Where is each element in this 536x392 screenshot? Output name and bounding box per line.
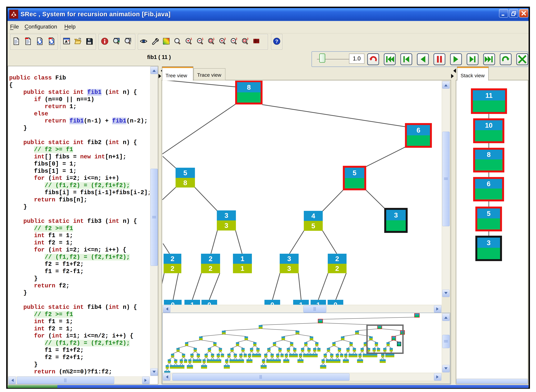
code-vscrollbar[interactable] [150,66,158,376]
scroll-left-button[interactable] [8,377,16,384]
step-back-button[interactable] [417,53,429,65]
splitter-collapse-right[interactable] [451,69,456,73]
scroll-up-button[interactable] [150,67,158,74]
help-icon[interactable]: ? [273,37,281,45]
color-gradient-icon[interactable] [162,37,170,45]
tree-node[interactable]: 01 [164,300,182,305]
tab-trace-view[interactable]: Trace view [194,68,225,80]
tree-node[interactable]: 33 [280,254,299,273]
scroll-up-button[interactable] [442,81,450,89]
step-forward-button[interactable] [467,53,479,65]
scroll-thumb[interactable] [303,305,326,313]
stack-node[interactable]: 5 [475,207,502,231]
scroll-right-button[interactable] [142,377,150,384]
tree-node[interactable]: 33 [217,210,236,230]
save-floppy-icon[interactable] [85,37,94,45]
open-folder-icon[interactable] [74,37,82,45]
source-code[interactable]: public class Fib{ public static int fib1… [9,75,149,374]
scroll-right-button[interactable] [434,373,441,381]
zoom-fit-2-icon[interactable]: 2 [241,37,249,45]
speed-input[interactable]: 1.0 [349,54,365,64]
overview-viewport[interactable] [366,324,404,354]
stack-node[interactable]: 10 [473,118,504,143]
zoom-image-gray-icon[interactable] [124,37,132,45]
scroll-left-button[interactable] [163,305,170,313]
scroll-thumb[interactable] [17,377,114,384]
scroll-up-button[interactable] [442,313,450,321]
stack-node[interactable]: 11 [471,88,507,114]
info-icon[interactable] [100,37,109,45]
wrench-icon[interactable] [151,37,159,45]
skip-to-end-button[interactable] [483,53,495,65]
title-bar[interactable]: SRec , System for recursion animation [F… [8,8,529,21]
new-file-class-icon[interactable] [24,37,32,45]
tree-node[interactable]: 22 [328,254,346,273]
menu-help[interactable]: Help [64,24,76,30]
zoom-in-2-icon[interactable]: 2 [218,37,227,45]
tree-node[interactable]: 11 [185,300,200,305]
scroll-thumb[interactable] [172,373,350,381]
tree-node[interactable]: 01 [265,300,280,305]
scroll-thumb[interactable] [442,335,450,348]
tree-node[interactable]: 22 [164,254,181,273]
stack-view-canvas[interactable]: 11108653 [456,80,528,378]
splitter-expand-left[interactable] [451,74,456,78]
stack-node[interactable]: 8 [473,148,504,173]
tree-node[interactable]: 3 [384,208,408,233]
pause-button[interactable] [433,53,445,65]
overview-hscrollbar[interactable] [163,373,442,381]
magnifier-icon[interactable] [173,37,182,45]
tree-node[interactable]: 6 [405,123,432,148]
stack-node[interactable]: 3 [475,236,502,261]
reload-file-class-icon[interactable] [47,37,56,45]
stack-hscrollbar[interactable] [456,379,528,384]
play-button[interactable] [450,53,462,65]
zoom-in-1-icon[interactable]: 1 [185,37,193,45]
code-hscrollbar[interactable] [8,376,150,384]
tree-node[interactable]: 11 [311,300,326,305]
flag-icon[interactable] [252,37,261,45]
menu-file[interactable]: File [10,24,19,30]
reload-file-icon[interactable] [36,37,44,45]
minimize-button[interactable] [499,9,508,18]
close-button[interactable] [519,9,528,18]
menu-configuration[interactable]: Configuration [24,24,57,30]
tree-node[interactable]: 5 [343,166,366,190]
scroll-thumb[interactable] [150,169,158,266]
scroll-down-button[interactable] [442,289,450,297]
tree-hscrollbar[interactable] [163,305,442,313]
restore-button[interactable] [509,9,518,18]
eye-icon[interactable] [139,37,148,45]
tree-vscrollbar[interactable] [442,81,450,297]
tree-node[interactable]: 22 [201,254,220,273]
zoom-out-2-icon[interactable]: 2 [230,37,238,45]
zoom-fit-1-icon[interactable]: 1 [207,37,215,45]
tree-node[interactable]: 8 [235,81,262,104]
tree-node[interactable]: 01 [201,300,217,305]
zoom-out-1-icon[interactable]: 1 [196,37,204,45]
tree-node[interactable]: 11 [293,300,309,305]
stack-node[interactable]: 6 [473,177,504,201]
tree-view-canvas[interactable]: 8653583345222211332201110101111101 [162,81,442,305]
scroll-down-button[interactable] [442,365,450,372]
tab-tree-view[interactable]: Tree view [162,66,193,80]
redo-button[interactable] [500,53,512,65]
overview-vscrollbar[interactable] [442,313,450,373]
speed-slider-handle[interactable] [319,53,325,63]
step-to-start-button[interactable] [400,53,412,65]
zoom-image-color-icon[interactable] [112,37,120,45]
tree-node[interactable]: 58 [176,168,195,187]
scroll-left-button[interactable] [163,373,170,381]
tab-stack-view[interactable]: Stack view [457,66,489,80]
skip-to-start-button[interactable] [384,53,396,65]
scroll-down-button[interactable] [150,368,158,376]
run-animation-icon[interactable] [62,37,71,45]
close-button[interactable] [516,53,528,65]
new-file-icon[interactable] [12,37,20,45]
tree-node[interactable]: 45 [304,211,323,231]
scroll-thumb[interactable] [442,132,450,226]
tree-node[interactable]: 01 [327,300,343,305]
tree-node[interactable]: 11 [233,254,252,273]
scroll-right-button[interactable] [434,305,441,313]
undo-button[interactable] [367,53,379,65]
